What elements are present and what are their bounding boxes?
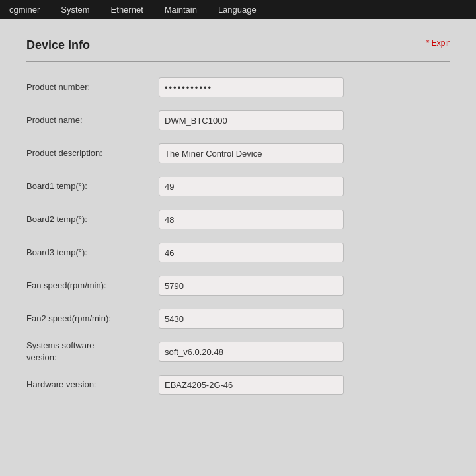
device-info-form: Product number:Product name:Product desc… <box>26 75 450 397</box>
menu-item-cgminer[interactable]: cgminer <box>5 2 44 17</box>
form-row-fan2-speed: Fan2 speed(rpm/min): <box>26 307 450 331</box>
label-hardware-version: Hardware version: <box>26 379 159 391</box>
label-board3-temp: Board3 temp(°): <box>26 247 159 258</box>
expire-notice: * Expir <box>426 38 450 48</box>
header-row: Device Info * Expir <box>26 38 450 58</box>
label-fan2-speed: Fan2 speed(rpm/min): <box>26 313 159 325</box>
menu-item-ethernet[interactable]: Ethernet <box>107 2 147 17</box>
input-hardware-version[interactable] <box>159 375 344 395</box>
page-title: Device Info <box>26 38 90 52</box>
form-row-hardware-version: Hardware version: <box>26 373 450 397</box>
label-board1-temp: Board1 temp(°): <box>26 180 159 192</box>
form-row-product-name: Product name: <box>26 108 450 132</box>
form-row-product-number: Product number: <box>26 75 450 99</box>
input-fan-speed[interactable] <box>159 276 344 296</box>
input-product-number[interactable] <box>159 77 344 97</box>
label-fan-speed: Fan speed(rpm/min): <box>26 280 159 292</box>
form-row-software-version: Systems softwareversion: <box>26 340 450 364</box>
form-row-board3-temp: Board3 temp(°): <box>26 241 450 264</box>
menu-item-maintain[interactable]: Maintain <box>161 2 201 17</box>
menubar: cgminerSystemEthernetMaintainLanguage <box>0 0 476 19</box>
input-product-name[interactable] <box>159 110 344 130</box>
menu-item-system[interactable]: System <box>57 2 93 17</box>
input-board1-temp[interactable] <box>159 177 344 196</box>
label-product-name: Product name: <box>26 114 159 126</box>
label-product-number: Product number: <box>26 81 159 93</box>
form-row-board2-temp: Board2 temp(°): <box>26 208 450 231</box>
label-product-description: Product description: <box>26 147 159 159</box>
label-board2-temp: Board2 temp(°): <box>26 214 159 225</box>
label-software-version: Systems softwareversion: <box>26 340 159 364</box>
input-board3-temp[interactable] <box>159 243 344 262</box>
section-divider <box>26 61 450 62</box>
main-content: Device Info * Expir Product number:Produ… <box>0 19 476 426</box>
input-software-version[interactable] <box>159 342 344 362</box>
menu-item-language[interactable]: Language <box>214 2 260 17</box>
input-board2-temp[interactable] <box>159 210 344 229</box>
input-product-description[interactable] <box>159 143 344 163</box>
form-row-board1-temp: Board1 temp(°): <box>26 175 450 198</box>
form-row-product-description: Product description: <box>26 141 450 165</box>
input-fan2-speed[interactable] <box>159 309 344 329</box>
form-row-fan-speed: Fan speed(rpm/min): <box>26 274 450 298</box>
